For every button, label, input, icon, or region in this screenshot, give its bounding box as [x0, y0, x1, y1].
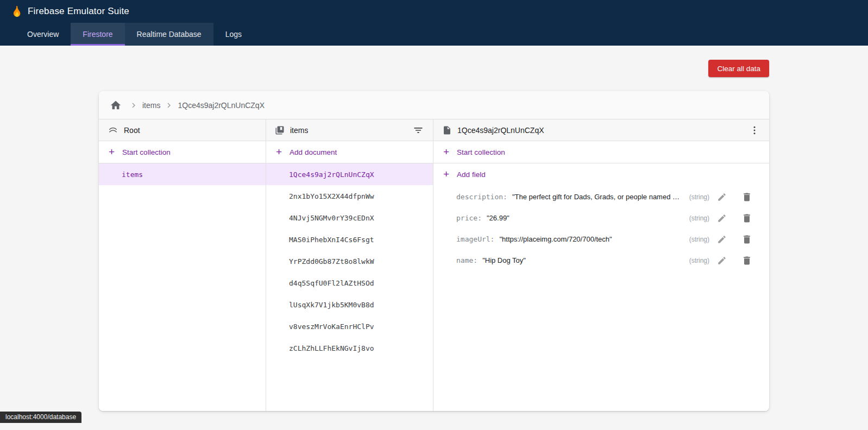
add-document-button[interactable]: + Add document [266, 141, 433, 163]
main-nav: Overview Firestore Realtime Database Log… [0, 23, 868, 46]
field-name: imageUrl: [456, 235, 494, 243]
app-header: Firebase Emulator Suite Overview Firesto… [0, 0, 868, 46]
document-list-item[interactable]: lUsqXk7V1jkb5KM0vB8d [266, 294, 433, 315]
document-panel-header: 1Qce4s9aj2rQLnUnCZqX [433, 119, 769, 141]
tab-overview[interactable]: Overview [15, 23, 71, 46]
firestore-panel-card: items 1Qce4s9aj2rQLnUnCZqX Root + [99, 91, 769, 411]
field-row: name: "Hip Dog Toy" (string) [433, 250, 769, 271]
database-root-icon [108, 125, 118, 136]
document-list-item[interactable]: 1Qce4s9aj2rQLnUnCZqX [266, 163, 433, 185]
field-actions [714, 189, 755, 205]
document-panel-title: 1Qce4s9aj2rQLnUnCZqX [457, 126, 544, 135]
clear-all-data-button[interactable]: Clear all data [708, 60, 769, 77]
document-list-item[interactable]: 2nx1bYo15X2X44dfpnWw [266, 185, 433, 207]
plus-icon: + [443, 147, 449, 157]
status-url-tooltip: localhost:4000/database [0, 412, 81, 423]
edit-icon[interactable] [714, 189, 730, 205]
add-document-label: Add document [290, 148, 337, 156]
document-list-item[interactable]: MAS0iPhebXnI4Cs6Fsgt [266, 229, 433, 250]
document-list-item[interactable]: d4q5SqfU0Fl2lAZtHSOd [266, 272, 433, 294]
breadcrumb: items 1Qce4s9aj2rQLnUnCZqX [99, 91, 769, 119]
app-title: Firebase Emulator Suite [28, 6, 129, 17]
root-panel: Root + Start collection items [99, 119, 266, 411]
edit-icon[interactable] [714, 252, 730, 269]
delete-icon[interactable] [739, 252, 755, 269]
tab-firestore[interactable]: Firestore [71, 23, 124, 46]
add-field-button[interactable]: + Add field [433, 163, 769, 186]
chevron-right-icon [164, 100, 174, 110]
more-vert-icon[interactable] [746, 122, 763, 138]
collection-panel-header: items [266, 119, 433, 141]
edit-icon[interactable] [714, 210, 730, 226]
tab-realtime-database[interactable]: Realtime Database [125, 23, 213, 46]
field-actions [714, 210, 755, 226]
document-list-item[interactable]: v8veszMrVoKaEnrHClPv [266, 315, 433, 337]
field-actions [714, 231, 755, 248]
field-row: imageUrl: "https://placeimg.com/720/700/… [433, 229, 769, 250]
app-title-bar: Firebase Emulator Suite [0, 0, 868, 23]
tab-logs[interactable]: Logs [213, 23, 254, 46]
field-actions [714, 252, 755, 269]
collection-panel: items + Add document 1Qce4s9aj2rQLnUnCZq… [266, 119, 433, 411]
root-panel-header: Root [99, 119, 266, 141]
collection-list-item[interactable]: items [99, 163, 266, 185]
collection-icon [275, 125, 285, 135]
toolbar: Clear all data [99, 46, 769, 91]
add-field-label: Add field [457, 170, 486, 179]
field-type: (string) [683, 214, 709, 222]
home-icon[interactable] [110, 99, 122, 111]
field-name: name: [456, 256, 477, 264]
firestore-panels: Root + Start collection items items [99, 119, 769, 411]
field-row: description: "The perfect gift for Dads,… [433, 186, 769, 207]
field-value: "Hip Dog Toy" [482, 256, 526, 264]
document-list-item[interactable]: 4NJvj5NGMv0rY39cEDnX [266, 207, 433, 229]
field-list: description: "The perfect gift for Dads,… [433, 186, 769, 271]
edit-icon[interactable] [714, 231, 730, 248]
start-collection-label: Start collection [122, 148, 171, 156]
breadcrumb-collection[interactable]: items [142, 101, 160, 110]
field-type: (string) [683, 236, 709, 243]
firebase-logo-icon [11, 5, 22, 18]
field-name: description: [456, 193, 507, 201]
document-panel: 1Qce4s9aj2rQLnUnCZqX + Start collection … [433, 119, 769, 411]
chevron-right-icon [129, 100, 139, 110]
plus-icon: + [276, 147, 282, 157]
root-panel-title: Root [124, 126, 140, 135]
field-type: (string) [683, 257, 709, 264]
field-name: price: [456, 214, 482, 222]
field-value: "The perfect gift for Dads, Grads, or pe… [512, 193, 683, 201]
collection-panel-title: items [290, 126, 308, 135]
breadcrumb-document: 1Qce4s9aj2rQLnUnCZqX [178, 101, 265, 110]
field-value: "26.99" [487, 214, 510, 222]
field-value: "https://placeimg.com/720/700/tech" [499, 235, 612, 243]
field-row: price: "26.99" (string) [433, 207, 769, 229]
plus-icon: + [109, 147, 115, 157]
filter-icon[interactable] [410, 122, 426, 138]
document-list-item[interactable]: zCLhZhLLFhEkNGvIj8vo [266, 337, 433, 359]
delete-icon[interactable] [739, 189, 755, 205]
document-icon [442, 125, 452, 135]
field-type: (string) [683, 193, 709, 201]
delete-icon[interactable] [739, 210, 755, 226]
delete-icon[interactable] [739, 231, 755, 248]
main-content: Clear all data items 1Qce4s9aj2rQLnUnCZq… [99, 46, 769, 411]
plus-icon: + [443, 169, 449, 179]
start-collection-button[interactable]: + Start collection [433, 141, 769, 163]
document-list-item[interactable]: YrPZdd0Gb87Zt8o8lwkW [266, 250, 433, 272]
start-collection-button[interactable]: + Start collection [99, 141, 266, 163]
start-collection-label: Start collection [457, 148, 505, 156]
